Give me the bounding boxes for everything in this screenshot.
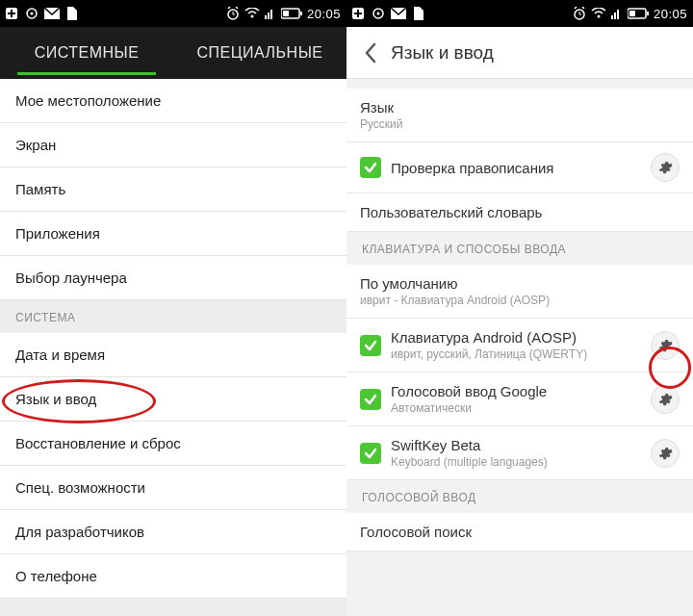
target-icon xyxy=(372,7,385,20)
sim-icon xyxy=(412,7,424,20)
svg-rect-12 xyxy=(265,15,267,19)
item-about[interactable]: О телефоне xyxy=(0,554,346,599)
clock-time: 20:05 xyxy=(654,7,687,21)
plus-badge-icon xyxy=(352,7,366,20)
svg-line-10 xyxy=(236,7,238,9)
default-label: По умолчанию xyxy=(360,275,680,292)
user-dict-label: Пользовательский словарь xyxy=(360,204,680,220)
plus-badge-icon xyxy=(6,7,19,20)
item-location[interactable]: Мое местоположение xyxy=(0,79,346,123)
item-spellcheck: Проверка правописания xyxy=(346,142,693,193)
svg-rect-16 xyxy=(283,11,289,16)
svg-rect-30 xyxy=(611,15,613,19)
item-launcher[interactable]: Выбор лаунчера xyxy=(0,256,346,300)
svg-line-27 xyxy=(575,7,577,9)
wifi-icon xyxy=(591,8,606,19)
svg-point-29 xyxy=(597,15,600,18)
checkbox-spellcheck[interactable] xyxy=(360,157,381,178)
item-voice-search[interactable]: Голосовой поиск xyxy=(346,513,693,552)
item-backup-reset[interactable]: Восстановление и сброс xyxy=(0,422,346,466)
item-ime-google-voice: Голосовой ввод Google Автоматически xyxy=(346,372,693,426)
svg-point-22 xyxy=(377,13,380,15)
ime-google-settings-button[interactable] xyxy=(651,385,680,414)
language-label: Язык xyxy=(360,99,680,116)
battery-icon xyxy=(628,8,649,19)
item-default-keyboard[interactable]: По умолчанию иврит - Клавиатура Android … xyxy=(346,265,693,319)
item-language[interactable]: Язык Русский xyxy=(346,89,693,142)
statusbar-right: 20:05 xyxy=(346,0,693,27)
checkbox-aosp[interactable] xyxy=(360,335,381,356)
svg-rect-14 xyxy=(270,10,272,19)
tabs: СИСТЕМНЫЕ СПЕЦИАЛЬНЫЕ xyxy=(0,27,346,79)
svg-rect-17 xyxy=(300,12,302,15)
alarm-icon xyxy=(226,7,240,20)
svg-point-4 xyxy=(31,13,34,15)
page-title: Язык и ввод xyxy=(391,42,494,64)
svg-line-28 xyxy=(582,7,584,9)
item-ime-swiftkey: SwiftKey Beta Keyboard (multiple languag… xyxy=(346,426,693,480)
section-voice-input: ГОЛОСОВОЙ ВВОД xyxy=(346,480,693,513)
tab-special[interactable]: СПЕЦИАЛЬНЫЕ xyxy=(173,27,346,79)
item-date-time[interactable]: Дата и время xyxy=(0,333,346,377)
checkbox-google-voice[interactable] xyxy=(360,389,381,410)
right-screenshot: 20:05 Язык и ввод Язык Русский Проверка … xyxy=(346,0,693,616)
svg-rect-13 xyxy=(268,13,270,19)
svg-rect-32 xyxy=(617,10,619,19)
language-value: Русский xyxy=(360,117,680,131)
voice-search-label: Голосовой поиск xyxy=(360,524,680,540)
mail-icon xyxy=(44,7,60,20)
wifi-icon xyxy=(244,8,260,19)
ime-aosp-label: Клавиатура Android (AOSP) xyxy=(391,329,641,346)
item-display[interactable]: Экран xyxy=(0,123,346,167)
item-accessibility[interactable]: Спец. возможности xyxy=(0,466,346,510)
ime-swiftkey-label: SwiftKey Beta xyxy=(391,437,641,453)
item-memory[interactable]: Память xyxy=(0,167,346,212)
ime-google-sub: Автоматически xyxy=(391,401,641,415)
default-value: иврит - Клавиатура Android (AOSP) xyxy=(360,294,680,307)
clock-time: 20:05 xyxy=(307,7,341,21)
item-ime-aosp: Клавиатура Android (AOSP) иврит, русский… xyxy=(346,319,693,372)
svg-rect-31 xyxy=(614,13,616,19)
mail-icon xyxy=(391,7,406,20)
target-icon xyxy=(25,7,38,20)
signal-icon xyxy=(611,8,623,19)
item-user-dictionary[interactable]: Пользовательский словарь xyxy=(346,193,693,232)
titlebar: Язык и ввод xyxy=(346,27,693,79)
back-button[interactable] xyxy=(356,38,385,67)
ime-aosp-settings-button[interactable] xyxy=(651,331,680,360)
ime-swiftkey-sub: Keyboard (multiple languages) xyxy=(391,455,641,469)
svg-rect-34 xyxy=(629,11,635,16)
ime-google-label: Голосовой ввод Google xyxy=(391,383,641,399)
sim-icon xyxy=(65,7,77,20)
ime-aosp-sub: иврит, русский, Латиница (QWERTY) xyxy=(391,347,641,361)
signal-icon xyxy=(265,8,276,19)
left-screenshot: 20:05 СИСТЕМНЫЕ СПЕЦИАЛЬНЫЕ Мое местопол… xyxy=(0,0,346,616)
spellcheck-settings-button[interactable] xyxy=(651,153,680,182)
item-language-input[interactable]: Язык и ввод xyxy=(0,377,346,422)
settings-list: Мое местоположение Экран Память Приложен… xyxy=(0,79,346,599)
svg-rect-35 xyxy=(647,12,649,15)
statusbar-left: 20:05 xyxy=(0,0,346,27)
item-developer[interactable]: Для разработчиков xyxy=(0,510,346,554)
svg-point-11 xyxy=(250,15,253,18)
svg-line-9 xyxy=(228,7,230,9)
ime-swiftkey-settings-button[interactable] xyxy=(651,439,680,468)
alarm-icon xyxy=(573,7,586,20)
section-keyboard: КЛАВИАТУРА И СПОСОБЫ ВВОДА xyxy=(346,232,693,265)
spellcheck-label: Проверка правописания xyxy=(391,160,641,176)
section-system: СИСТЕМА xyxy=(0,300,346,333)
tab-system[interactable]: СИСТЕМНЫЕ xyxy=(0,27,173,79)
item-apps[interactable]: Приложения xyxy=(0,212,346,256)
battery-icon xyxy=(281,8,302,19)
checkbox-swiftkey[interactable] xyxy=(360,443,381,464)
